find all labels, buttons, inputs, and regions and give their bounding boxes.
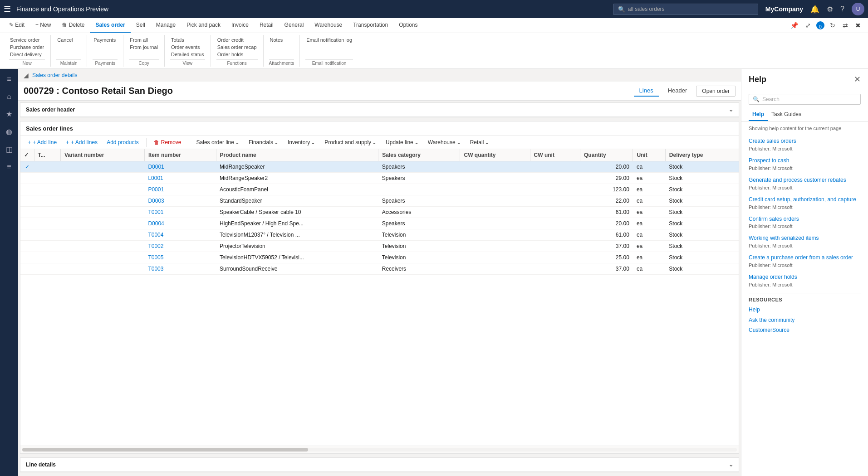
ribbon-tab-options[interactable]: Options — [393, 18, 423, 33]
accordion-header-sales-order-header[interactable]: Sales order header ⌄ — [20, 103, 739, 117]
ribbon-tab-invoice[interactable]: Invoice — [226, 18, 254, 33]
badge-icon[interactable]: 0 — [816, 21, 824, 29]
add-lines-button[interactable]: + + Add lines — [62, 138, 101, 147]
sidebar-recent-icon[interactable]: ◍ — [2, 125, 16, 139]
popout-icon[interactable]: ⤢ — [804, 20, 813, 31]
table-row[interactable]: D0003 StandardSpeaker Speakers 22.00 ea … — [20, 195, 739, 207]
cell-item-number[interactable]: T0002 — [144, 241, 216, 252]
inventory-dropdown[interactable]: Inventory ⌄ — [284, 138, 319, 147]
hamburger-menu-icon[interactable]: ☰ — [4, 4, 11, 14]
cell-item-number[interactable]: T0005 — [144, 252, 216, 263]
cell-item-number[interactable]: T0001 — [144, 207, 216, 218]
close-ribbon-icon[interactable]: ✖ — [853, 20, 863, 31]
warehouse-dropdown[interactable]: Warehouse ⌄ — [424, 138, 465, 147]
col-unit[interactable]: Unit — [633, 149, 665, 161]
ribbon-totals[interactable]: Totals — [170, 37, 205, 43]
help-tab-help[interactable]: Help — [749, 108, 768, 121]
order-tab-lines[interactable]: Lines — [634, 85, 659, 97]
col-t[interactable]: T... — [34, 149, 60, 161]
ribbon-tab-new[interactable]: + New — [30, 18, 56, 33]
help-article-link[interactable]: Create sales orders — [749, 137, 861, 145]
help-article-link[interactable]: Manage order holds — [749, 273, 861, 281]
help-article-link[interactable]: Confirm sales orders — [749, 215, 861, 223]
ribbon-notes[interactable]: Notes — [269, 37, 284, 43]
cell-item-number[interactable]: D0004 — [144, 218, 216, 229]
help-search-box[interactable]: 🔍 — [749, 94, 861, 105]
col-product-name[interactable]: Product name — [216, 149, 378, 161]
pin-icon[interactable]: 📌 — [789, 20, 800, 31]
sidebar-favorites-icon[interactable]: ★ — [2, 107, 16, 121]
col-quantity[interactable]: Quantity — [580, 149, 633, 161]
refresh-icon[interactable]: ↻ — [828, 20, 837, 31]
cell-item-number[interactable]: T0004 — [144, 229, 216, 241]
financials-dropdown[interactable]: Financials ⌄ — [245, 138, 282, 147]
ribbon-tab-sales-order[interactable]: Sales order — [90, 18, 130, 33]
ribbon-tab-general[interactable]: General — [279, 18, 309, 33]
horizontal-scrollbar[interactable] — [20, 446, 739, 453]
open-order-button[interactable]: Open order — [696, 86, 736, 97]
sidebar-home-icon[interactable]: ≡ — [2, 73, 16, 86]
col-cw-quantity[interactable]: CW quantity — [460, 149, 530, 161]
global-search-input[interactable] — [628, 6, 753, 12]
add-line-button[interactable]: + + Add line — [24, 138, 60, 147]
col-check[interactable]: ✓ — [20, 149, 34, 161]
col-delivery-type[interactable]: Delivery type — [665, 149, 739, 161]
ribbon-email-notification-log[interactable]: Email notification log — [305, 37, 353, 43]
product-and-supply-dropdown[interactable]: Product and supply ⌄ — [321, 138, 380, 147]
notification-icon[interactable]: 🔔 — [810, 5, 819, 14]
ribbon-tab-edit[interactable]: ✎ Edit — [4, 18, 30, 33]
order-tab-header[interactable]: Header — [662, 85, 693, 97]
cell-item-number[interactable]: D0001 — [144, 161, 216, 173]
help-search-input[interactable] — [762, 96, 857, 102]
accordion-header-line-details[interactable]: Line details ⌄ — [20, 458, 739, 472]
ribbon-tab-warehouse[interactable]: Warehouse — [309, 18, 348, 33]
col-cw-unit[interactable]: CW unit — [530, 149, 580, 161]
table-row[interactable]: D0004 HighEndSpeaker / High End Spe... S… — [20, 218, 739, 229]
update-line-dropdown[interactable]: Update line ⌄ — [382, 138, 422, 147]
user-avatar[interactable]: U — [852, 3, 864, 15]
cell-item-number[interactable]: L0001 — [144, 173, 216, 184]
ribbon-order-credit[interactable]: Order credit — [216, 37, 258, 43]
help-close-button[interactable]: ✕ — [854, 74, 861, 84]
retail-dropdown[interactable]: Retail ⌄ — [466, 138, 493, 147]
ribbon-order-events[interactable]: Order events — [170, 44, 205, 50]
col-item-number[interactable]: Item number — [144, 149, 216, 161]
ribbon-order-holds[interactable]: Order holds — [216, 51, 258, 58]
help-article-link[interactable]: Create a purchase order from a sales ord… — [749, 254, 861, 262]
ribbon-cancel[interactable]: Cancel — [56, 37, 74, 43]
ribbon-direct-delivery[interactable]: Direct delivery — [9, 51, 45, 58]
sales-order-line-dropdown[interactable]: Sales order line ⌄ — [193, 138, 243, 147]
help-tab-task-guides[interactable]: Task Guides — [768, 108, 805, 121]
ribbon-tab-transportation[interactable]: Transportation — [348, 18, 393, 33]
ribbon-payments[interactable]: Payments — [93, 37, 117, 43]
table-row[interactable]: T0005 TelevisionHDTVX59052 / Televisi...… — [20, 252, 739, 263]
table-row[interactable]: T0003 SurroundSoundReceive Receivers 37.… — [20, 263, 739, 275]
add-products-button[interactable]: Add products — [103, 138, 142, 147]
help-article-link[interactable]: Working with serialized items — [749, 234, 861, 242]
table-row[interactable]: T0004 TelevisionM12037° / Television ...… — [20, 229, 739, 241]
order-lines-table-container[interactable]: ✓ T... Variant number Item number Produc… — [20, 149, 739, 446]
ribbon-from-journal[interactable]: From journal — [129, 44, 159, 50]
expand-icon[interactable]: ⇄ — [841, 20, 850, 31]
help-resource-link[interactable]: Help — [749, 306, 861, 314]
settings-icon[interactable]: ⚙ — [827, 5, 833, 14]
ribbon-tab-delete[interactable]: 🗑 Delete — [56, 18, 90, 33]
help-article-link[interactable]: Generate and process customer rebates — [749, 176, 861, 184]
filter-icon[interactable]: ◢ — [24, 72, 29, 79]
sidebar-modules-icon[interactable]: ≡ — [2, 160, 16, 174]
help-resource-link[interactable]: Ask the community — [749, 316, 861, 324]
help-resource-link[interactable]: CustomerSource — [749, 326, 861, 334]
help-article-link[interactable]: Credit card setup, authorization, and ca… — [749, 196, 861, 204]
ribbon-service-order[interactable]: Service order — [9, 37, 45, 43]
col-sales-category[interactable]: Sales category — [378, 149, 460, 161]
col-variant-number[interactable]: Variant number — [60, 149, 144, 161]
table-row[interactable]: P0001 AcousticFoamPanel 123.00 ea Stock — [20, 184, 739, 195]
sidebar-workspaces-icon[interactable]: ◫ — [2, 142, 16, 156]
ribbon-purchase-order[interactable]: Purchase order — [9, 44, 45, 50]
help-icon[interactable]: ? — [840, 5, 844, 13]
ribbon-tab-manage[interactable]: Manage — [151, 18, 181, 33]
ribbon-tab-sell[interactable]: Sell — [131, 18, 151, 33]
table-row[interactable]: ✓ D0001 MidRangeSpeaker Speakers 20.00 e… — [20, 161, 739, 173]
ribbon-from-all[interactable]: From all — [129, 37, 159, 43]
table-row[interactable]: T0001 SpeakerCable / Speaker cable 10 Ac… — [20, 207, 739, 218]
